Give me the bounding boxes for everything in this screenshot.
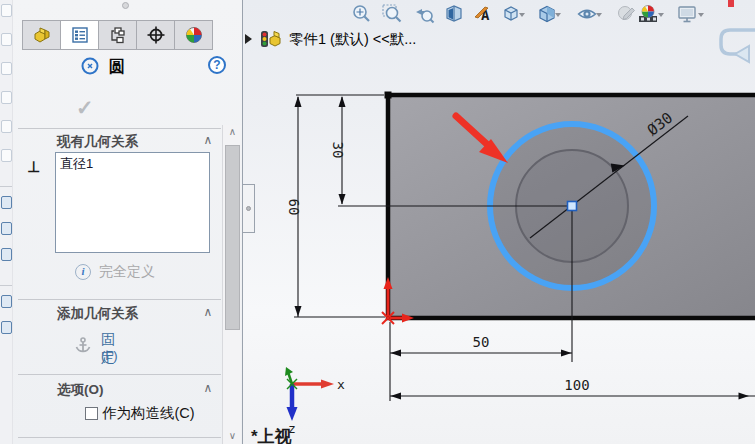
- status-text: 完全定义: [99, 263, 155, 281]
- left-dock-strip: [0, 0, 13, 444]
- scroll-up-icon[interactable]: ∧: [223, 125, 242, 140]
- triad-x-label: x: [337, 377, 345, 392]
- panel-splitter-handle[interactable]: [243, 184, 255, 233]
- view-triad: x z: [285, 367, 345, 436]
- solidworks-window: 圆 ? ✓ 现有几何关系 ∧ ⊥ 直径1 i 完全定义 添加几何关系 ∧ 固定 …: [0, 0, 755, 444]
- crosshair-target-icon: [146, 25, 166, 45]
- manager-tabs: [22, 20, 213, 50]
- add-relations-header[interactable]: 添加几何关系: [57, 305, 138, 323]
- scrollbar-thumb[interactable]: [225, 145, 240, 330]
- height-dimension[interactable]: 60: [286, 199, 302, 216]
- document-icon: [1, 4, 12, 17]
- graphics-viewport[interactable]: A: [243, 0, 755, 444]
- document-icon: [1, 149, 12, 162]
- configurationmanager-tab[interactable]: [99, 21, 137, 49]
- property-manager-panel: 圆 ? ✓ 现有几何关系 ∧ ⊥ 直径1 i 完全定义 添加几何关系 ∧ 固定 …: [13, 0, 243, 444]
- relation-item[interactable]: 直径1: [60, 155, 205, 173]
- feature-icon: [1, 321, 12, 334]
- relation-glyph-icon: ⊥: [27, 158, 40, 176]
- model-graphics: Ø30 60 30 50 100: [243, 0, 755, 444]
- display-sphere-icon: [184, 25, 204, 45]
- construction-line-option[interactable]: 作为构造线(C): [85, 404, 195, 423]
- status-row: i 完全定义: [75, 263, 155, 281]
- panel-scrollbar[interactable]: ∧ ∨: [222, 125, 241, 444]
- feature-icon: [1, 222, 12, 235]
- circle-center-point[interactable]: [568, 202, 577, 211]
- feature-icon: [1, 248, 12, 261]
- info-icon: i: [75, 264, 91, 280]
- offset-y-dimension[interactable]: 30: [330, 142, 346, 159]
- help-button[interactable]: ?: [208, 56, 226, 74]
- pm-title-row: 圆 ?: [22, 55, 234, 81]
- document-icon: [1, 62, 12, 75]
- property-list-icon: [70, 25, 90, 45]
- construction-checkbox[interactable]: [85, 407, 98, 420]
- circle-tool-icon: [80, 56, 100, 76]
- construction-label: 作为构造线(C): [102, 404, 195, 423]
- configuration-tree-icon: [108, 25, 128, 45]
- document-icon: [1, 120, 12, 133]
- document-icon: [1, 91, 12, 104]
- collapse-chevron-icon[interactable]: ∧: [201, 382, 215, 396]
- feature-icon: [1, 295, 12, 308]
- options-header[interactable]: 选项(O): [57, 381, 104, 399]
- collapse-chevron-icon[interactable]: ∧: [201, 134, 215, 148]
- anchor-icon: [73, 336, 93, 358]
- view-orientation-label: *上视: [251, 427, 293, 444]
- fix-shortcut: (F): [101, 348, 118, 363]
- offset-x-dimension[interactable]: 50: [473, 334, 490, 350]
- confirmation-corner[interactable]: [721, 30, 755, 62]
- displaymanager-tab[interactable]: [175, 21, 212, 49]
- featuremanager-tab[interactable]: [23, 21, 61, 49]
- dimxpertmanager-tab[interactable]: [137, 21, 175, 49]
- pm-title: 圆: [109, 57, 125, 78]
- width-dimension[interactable]: 100: [564, 377, 589, 393]
- part-icon: [32, 25, 52, 45]
- existing-relations-header[interactable]: 现有几何关系: [57, 133, 138, 151]
- document-icon: [1, 33, 12, 46]
- feature-icon: [1, 196, 12, 209]
- propertymanager-tab[interactable]: [61, 21, 99, 49]
- collapse-chevron-icon[interactable]: ∧: [201, 306, 215, 320]
- panel-handle-dot[interactable]: [122, 2, 129, 9]
- corner-vertex[interactable]: [385, 92, 392, 99]
- ok-button[interactable]: ✓: [76, 96, 94, 120]
- scroll-down-icon[interactable]: ∨: [223, 429, 242, 444]
- relations-listbox[interactable]: 直径1: [55, 152, 210, 253]
